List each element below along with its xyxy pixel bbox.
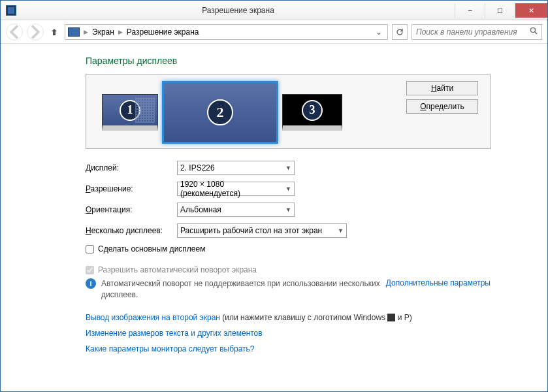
orientation-row: Ориентация: Альбомная▼	[86, 203, 491, 217]
display-icon	[68, 27, 80, 37]
project-link[interactable]: Вывод изображения на второй экран	[86, 313, 220, 322]
chevron-down-icon: ▼	[285, 165, 291, 171]
search-box[interactable]	[411, 24, 542, 40]
minimize-button[interactable]: −	[455, 3, 485, 18]
maximize-button[interactable]: □	[485, 3, 515, 18]
display-select[interactable]: 2. IPS226▼	[177, 161, 295, 175]
multi-display-label: Несколько дисплеев:	[86, 226, 177, 235]
orientation-select[interactable]: Альбомная▼	[177, 203, 295, 217]
display-arrangement-box: 1 2 3 Найти Определить	[86, 74, 491, 149]
breadcrumb-item[interactable]: Разрешение экрана	[127, 27, 199, 37]
content: Параметры дисплеев 1 2 3 Найти Определит…	[1, 44, 547, 357]
navbar: ▶ Экран ▶ Разрешение экрана ⌄	[1, 20, 547, 44]
display-label: Дисплей:	[86, 163, 177, 172]
svg-point-0	[531, 28, 536, 33]
breadcrumb-dropdown[interactable]: ⌄	[373, 27, 385, 37]
info-row: i Автоматический поворот не поддерживает…	[86, 278, 491, 301]
auto-rotate-row: Разрешить автоматический поворот экрана	[86, 265, 491, 274]
orientation-label: Ориентация:	[86, 205, 177, 214]
monitor-number: 2	[207, 99, 233, 125]
resolution-select[interactable]: 1920 × 1080 (рекомендуется)▼	[177, 182, 295, 196]
multi-display-select[interactable]: Расширить рабочий стол на этот экран▼	[177, 223, 347, 238]
app-icon	[6, 5, 16, 16]
windows-logo-icon	[387, 314, 395, 321]
search-icon[interactable]	[530, 27, 538, 37]
monitor-1[interactable]: 1	[102, 94, 158, 131]
refresh-button[interactable]	[392, 24, 408, 40]
which-settings-link[interactable]: Какие параметры монитора следует выбрать…	[86, 344, 255, 353]
page-title: Параметры дисплеев	[86, 56, 491, 66]
window-controls: − □ ×	[455, 3, 547, 18]
window-title: Разрешение экрана	[22, 6, 455, 15]
chevron-down-icon: ▼	[285, 186, 291, 192]
close-button[interactable]: ×	[515, 3, 547, 18]
advanced-settings-link[interactable]: Дополнительные параметры	[386, 278, 491, 287]
svg-line-1	[535, 32, 537, 34]
resolution-label: Разрешение:	[86, 184, 177, 193]
text-size-link[interactable]: Изменение размеров текста и других элеме…	[86, 329, 263, 338]
forward-button[interactable]	[27, 24, 44, 41]
chevron-right-icon: ▶	[118, 29, 123, 35]
breadcrumb-item[interactable]: Экран	[92, 27, 114, 37]
auto-rotate-checkbox	[86, 266, 94, 274]
display-row: Дисплей: 2. IPS226▼	[86, 161, 491, 175]
monitor-3[interactable]: 3	[282, 94, 342, 131]
search-input[interactable]	[416, 27, 530, 37]
make-primary-row: Сделать основным дисплеем	[86, 244, 491, 253]
auto-rotate-label: Разрешить автоматический поворот экрана	[98, 265, 257, 274]
monitor-number: 1	[120, 100, 140, 121]
monitor-number: 3	[302, 100, 323, 121]
info-text: Автоматический поворот не поддерживается…	[101, 278, 381, 301]
info-icon: i	[86, 278, 96, 289]
detect-button[interactable]: Определить	[406, 99, 478, 114]
make-primary-label: Сделать основным дисплеем	[98, 244, 205, 253]
monitor-2-selected[interactable]: 2	[162, 81, 278, 144]
multi-display-row: Несколько дисплеев: Расширить рабочий ст…	[86, 223, 491, 238]
back-button[interactable]	[6, 24, 23, 41]
make-primary-checkbox[interactable]	[86, 245, 94, 253]
breadcrumb[interactable]: ▶ Экран ▶ Разрешение экрана ⌄	[65, 24, 388, 40]
links-section: Вывод изображения на второй экран (или н…	[86, 310, 491, 357]
project-hint: (или нажмите клавишу с логотипом Windows…	[220, 313, 412, 322]
chevron-right-icon: ▶	[84, 29, 88, 35]
up-button[interactable]	[48, 27, 61, 37]
titlebar: Разрешение экрана − □ ×	[1, 1, 547, 20]
chevron-down-icon: ▼	[285, 206, 291, 213]
find-button[interactable]: Найти	[406, 81, 478, 95]
chevron-down-icon: ▼	[338, 227, 344, 234]
resolution-row: Разрешение: 1920 × 1080 (рекомендуется)▼	[86, 182, 491, 196]
